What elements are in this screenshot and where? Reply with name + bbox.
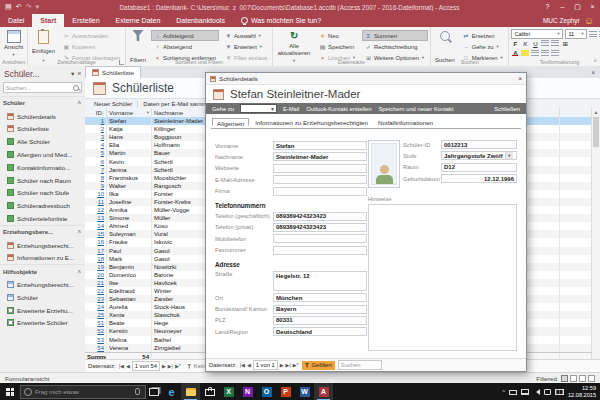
cortana-search-input[interactable]: Frag mich etwas xyxy=(20,385,146,399)
cell-nachname[interactable]: Iskovic xyxy=(152,238,210,246)
ribbon-small-button[interactable]: → Gehe zu ▼ xyxy=(460,41,507,52)
nav-item[interactable]: Schüler nach Stufe ˄ xyxy=(0,187,85,200)
cell-vorname[interactable]: Mark xyxy=(107,255,152,263)
dialog-launcher-icon[interactable] xyxy=(119,60,124,65)
bold-button[interactable]: F xyxy=(511,40,519,47)
taskbar-app-button[interactable] xyxy=(181,383,200,400)
redo-icon[interactable]: ↷ xyxy=(26,3,32,11)
cell-id[interactable]: 12 xyxy=(85,206,107,214)
cell-id[interactable]: 21 xyxy=(85,279,107,287)
cell-nachname[interactable]: Gasol xyxy=(152,255,210,263)
cell-id[interactable]: 19 xyxy=(85,263,107,271)
cell-vorname[interactable]: Ilse xyxy=(107,279,152,287)
cell-nachname[interactable]: Rangosch xyxy=(152,182,210,190)
cell-nachname[interactable]: Killinger xyxy=(152,125,210,133)
last-record-icon[interactable]: ▶| xyxy=(286,362,291,368)
text-input[interactable]: Stefan xyxy=(273,141,367,150)
ribbon-small-button[interactable]: ∗ Neu ▼ xyxy=(316,30,359,41)
ribbon-small-button[interactable]: ✓ Rechtschreibung ▼ xyxy=(362,41,428,52)
cell-id[interactable]: 8 xyxy=(85,174,107,182)
cell-id[interactable]: 9 xyxy=(85,182,107,190)
cell-nachname[interactable]: Neumeyer xyxy=(152,327,210,335)
taskbar-app-button[interactable]: W xyxy=(295,383,314,400)
undo-icon[interactable]: ↶ xyxy=(16,3,22,11)
cell-vorname[interactable]: Stefan xyxy=(107,117,152,125)
ribbon-small-button[interactable]: ▼ Erweitert ▼ xyxy=(222,41,270,52)
ribbon-small-button[interactable]: Σ Summen ▼ xyxy=(362,30,428,41)
restore-button[interactable]: ▢ xyxy=(570,0,585,14)
ribbon-small-button[interactable]: ▣ Kopieren ▼ xyxy=(60,41,123,52)
ribbon-small-button[interactable]: ▤ Speichern ▼ xyxy=(316,41,359,52)
nav-item[interactable]: Erziehungsberecht... ˄ xyxy=(0,278,85,291)
column-header-id[interactable]: ID ↓ xyxy=(85,108,107,117)
cell-id[interactable]: 16 xyxy=(85,238,107,246)
cell-nachname[interactable]: Boggpoun xyxy=(152,133,210,141)
cell-vorname[interactable]: Aurelia xyxy=(107,303,152,311)
minimize-button[interactable]: – xyxy=(555,0,570,14)
cell-id[interactable]: 1 xyxy=(85,117,107,125)
cell-vorname[interactable]: Frauke xyxy=(107,238,152,246)
shutter-bar-close-icon[interactable]: « xyxy=(77,70,81,78)
collapse-ribbon-icon[interactable]: ˄ xyxy=(593,58,597,64)
previous-record-icon[interactable]: ◀ xyxy=(126,363,130,369)
design-view-icon[interactable] xyxy=(588,375,595,382)
new-record-icon[interactable]: ▶* xyxy=(175,363,181,369)
ribbon-tab[interactable]: Erstellen xyxy=(64,14,107,27)
cell-nachname[interactable]: Winter xyxy=(152,287,210,295)
text-input[interactable] xyxy=(273,234,367,243)
close-document-icon[interactable]: × xyxy=(591,69,600,76)
cell-nachname[interactable]: Forster xyxy=(152,190,210,198)
nav-item[interactable]: Informationen zu E... ˄ xyxy=(0,252,85,265)
ribbon-tab[interactable]: Datei xyxy=(0,14,32,27)
taskbar-app-button[interactable]: N xyxy=(238,383,257,400)
ribbon-small-button[interactable]: ▼ Auswahl ▼ xyxy=(222,30,270,41)
view-button[interactable]: Ansicht ▼ xyxy=(2,29,25,58)
first-record-icon[interactable]: |◀ xyxy=(119,363,124,369)
column-header-nachname[interactable]: Nachname ▾ xyxy=(152,108,210,117)
cell-nachname[interactable]: Moosbichler xyxy=(152,174,210,182)
align-right-icon[interactable] xyxy=(551,50,559,56)
taskbar-clock[interactable]: 12:59 12.08.2015 xyxy=(568,385,596,398)
cell-vorname[interactable]: Beate xyxy=(107,319,152,327)
cell-vorname[interactable]: Xenia xyxy=(107,311,152,319)
bullets-icon[interactable] xyxy=(589,31,597,37)
volume-icon[interactable] xyxy=(533,389,540,395)
nav-item[interactable]: Schülertelefonliste ˄ xyxy=(0,212,85,225)
underline-button[interactable]: U xyxy=(531,40,539,47)
cell-id[interactable]: 5 xyxy=(85,149,107,157)
next-record-icon[interactable]: ▶ xyxy=(162,363,166,369)
text-input[interactable]: Deutschland xyxy=(273,327,367,336)
cell-id[interactable]: 20 xyxy=(85,271,107,279)
cell-id[interactable]: 22 xyxy=(85,287,107,295)
font-size-combo[interactable]: 11 ▼ xyxy=(565,29,587,39)
text-input[interactable]: München xyxy=(273,293,367,302)
nav-item[interactable]: Erziehungsbere... ˄ xyxy=(0,225,85,239)
cell-vorname[interactable]: Sebastian xyxy=(107,295,152,303)
cell-vorname[interactable]: Melina xyxy=(107,336,152,344)
scrollbar-thumb[interactable] xyxy=(593,117,599,147)
nav-search-input[interactable]: Suchen... xyxy=(3,82,82,93)
cell-vorname[interactable]: Verena xyxy=(107,344,152,352)
dialog-tab[interactable]: Notfallinformationen xyxy=(374,118,437,125)
text-input[interactable]: D12▼ xyxy=(441,163,517,172)
task-view-button[interactable] xyxy=(146,383,162,400)
tell-me-box[interactable]: Was möchten Sie tun? xyxy=(233,14,329,27)
cell-nachname[interactable]: Vural xyxy=(152,230,210,238)
last-record-icon[interactable]: ▶| xyxy=(168,363,173,369)
dialog-tab[interactable]: Informationen zu Erziehungsberechtigten xyxy=(251,118,372,125)
nav-item[interactable]: Schüler ˄ xyxy=(0,96,85,110)
cell-vorname[interactable]: Walter xyxy=(107,182,152,190)
cell-vorname[interactable]: Hans xyxy=(107,133,152,141)
cell-vorname[interactable]: Annika xyxy=(107,206,152,214)
toolbar-command[interactable]: E-Mail xyxy=(283,106,299,112)
cell-nachname[interactable]: Stock-Haus xyxy=(152,303,210,311)
cell-nachname[interactable]: Zirngiebel xyxy=(152,344,210,352)
dialog-title-bar[interactable]: Schülerdetails × xyxy=(206,73,526,85)
ribbon-small-button[interactable]: ↑ Absteigend ▼ xyxy=(151,41,219,52)
toolbar-command[interactable]: Outlook-Kontakt erstellen xyxy=(306,106,371,112)
cell-vorname[interactable]: Kevin xyxy=(107,157,152,165)
cell-nachname[interactable]: Forster-Krebs xyxy=(152,198,210,206)
feedback-smiley-icon[interactable]: ☺ xyxy=(584,16,594,26)
cell-nachname[interactable]: Schertl xyxy=(152,166,210,174)
nav-item[interactable]: Alle Schüler ˄ xyxy=(0,135,85,148)
